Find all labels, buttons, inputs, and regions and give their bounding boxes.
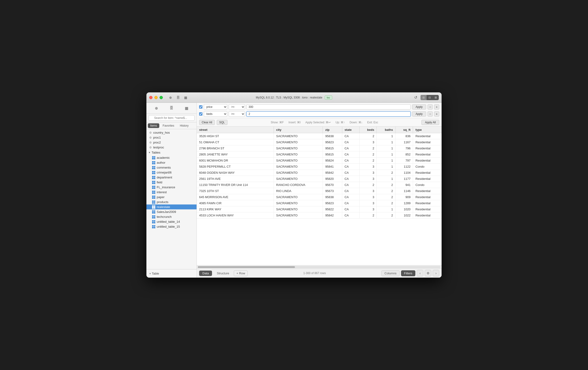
filter-2-checkbox[interactable] xyxy=(199,112,202,116)
sidebar-tab-favorites[interactable]: Favorites xyxy=(160,123,176,128)
sidebar-item-author[interactable]: author xyxy=(147,160,197,165)
add-table-button[interactable]: + Table xyxy=(148,271,195,276)
sidebar-item-comments[interactable]: comments xyxy=(147,165,197,170)
sidebar-item-department[interactable]: department xyxy=(147,175,197,180)
table-row[interactable]: 4533 LOCH HAVEN WAYSACRAMENTO95842CA2210… xyxy=(197,212,441,218)
settings-button[interactable]: ⚙ xyxy=(425,270,431,276)
filter-2-remove-button[interactable]: − xyxy=(428,111,433,117)
sidebar-item-proc1[interactable]: ⚙ proc1 xyxy=(147,135,197,140)
table-row[interactable]: 2805 JANETTE WAYSACRAMENTO95815CA21852Re… xyxy=(197,152,441,158)
main-window: ⊕ 🗄 ▦ MySQL 8.0.12 : TLS : MySQL 3308 : … xyxy=(147,92,441,278)
maximize-button[interactable] xyxy=(159,96,163,99)
table-row[interactable]: 2561 19TH AVESACRAMENTO95820CA311177Resi… xyxy=(197,176,441,182)
view-grid-button[interactable]: ⊞ xyxy=(420,95,427,100)
table-row[interactable]: 2113 KIRK WAYSACRAMENTO95822CA311020Resi… xyxy=(197,206,441,212)
horizontal-scrollbar[interactable] xyxy=(197,265,441,269)
table-view-icon[interactable]: ▦ xyxy=(182,95,189,101)
table-cell: 7325 10TH ST xyxy=(197,188,274,194)
clear-all-button[interactable]: Clear All xyxy=(199,120,215,125)
sidebar-item-field[interactable]: field xyxy=(147,180,197,185)
add-row-button[interactable]: + Row xyxy=(234,270,248,276)
prev-page-button[interactable]: ‹ xyxy=(417,270,423,276)
sidebar-item-paper[interactable]: paper xyxy=(147,195,197,199)
table-row[interactable]: 5828 PEPPERMILL CTSACRAMENTO95841CA31112… xyxy=(197,164,441,170)
table-row[interactable]: 645 MORRISON AVESACRAMENTO95838CA32909Re… xyxy=(197,194,441,200)
filter-1-remove-button[interactable]: − xyxy=(428,104,433,109)
col-beds[interactable]: beds xyxy=(359,127,377,133)
filters-button[interactable]: Filters xyxy=(401,270,415,276)
filter-2-add-button[interactable]: + xyxy=(434,111,439,117)
sidebar-item-untitled-table-14[interactable]: untitled_table_14 xyxy=(147,219,197,224)
bottom-bar: Data Structure + Row 1-300 of 867 rows C… xyxy=(197,269,441,278)
shortcut-show: Show: ⌘F xyxy=(271,121,284,124)
database-icon[interactable]: 🗄 xyxy=(175,95,181,101)
table-row[interactable]: 6048 OGDEN NASH WAYSACRAMENTO95842CA3211… xyxy=(197,170,441,176)
sidebar-item-interest[interactable]: interest xyxy=(147,190,197,195)
columns-button[interactable]: Columns xyxy=(381,270,399,276)
col-city[interactable]: city xyxy=(274,127,323,133)
sidebar-group-tables[interactable]: ▼ Tables xyxy=(147,150,197,155)
table-row[interactable]: 7325 10TH STRIO LINDA95673CA321146Reside… xyxy=(197,188,441,194)
sidebar-item-testproc[interactable]: ⚙ testproc xyxy=(147,145,197,150)
table-cell: CA xyxy=(342,194,359,200)
sidebar-item-fl-insurance[interactable]: FL_insurance xyxy=(147,185,197,190)
col-baths[interactable]: baths xyxy=(377,127,395,133)
filter-1-add-button[interactable]: + xyxy=(434,104,439,109)
table-cell: 2796 BRANCH ST xyxy=(197,145,274,152)
sidebar-tab-items[interactable]: Items xyxy=(148,123,159,128)
col-state[interactable]: state xyxy=(342,127,359,133)
table-icon xyxy=(152,196,155,199)
filter-1-op-select[interactable]: >= xyxy=(229,104,245,110)
tab-structure[interactable]: Structure xyxy=(213,271,232,276)
filter-1-checkbox[interactable] xyxy=(199,105,202,109)
tab-data[interactable]: Data xyxy=(199,271,212,276)
table-cell: Condo xyxy=(413,182,441,188)
col-street[interactable]: street xyxy=(197,127,274,133)
filter-1-apply-button[interactable]: Apply xyxy=(412,104,426,109)
scrollbar-thumb[interactable] xyxy=(198,266,295,268)
table-row[interactable]: 51 OMAHA CTSACRAMENTO95823CA311167Reside… xyxy=(197,139,441,145)
search-input[interactable] xyxy=(148,115,195,121)
table-row[interactable]: 2796 BRANCH STSACRAMENTO95815CA21796Resi… xyxy=(197,145,441,152)
col-zip[interactable]: zip xyxy=(323,127,342,133)
table-cell: 796 xyxy=(395,145,413,152)
filter-2-value-input[interactable] xyxy=(246,111,411,117)
sql-button[interactable]: SQL xyxy=(217,120,228,125)
sidebar-item-products[interactable]: products xyxy=(147,199,197,205)
sidebar-item-realestate[interactable]: realestate xyxy=(147,205,197,209)
filter-1-field-select[interactable]: price xyxy=(204,104,227,110)
add-table-label: + Table xyxy=(149,272,159,275)
table-row[interactable]: 4085 FAWN CIRSACRAMENTO95823CA321289Resi… xyxy=(197,200,441,206)
filter-2-op-select[interactable]: >= xyxy=(229,111,245,117)
sidebar-tab-history[interactable]: History xyxy=(178,123,191,128)
table-row[interactable]: 6001 MCMAHON DRSACRAMENTO95824CA21797Res… xyxy=(197,158,441,164)
table-row[interactable]: 3526 HIGH STSACRAMENTO95838CA21836Reside… xyxy=(197,133,441,139)
sidebar-item-untitled-table-15[interactable]: untitled_table_15 xyxy=(147,224,197,229)
table-cell: 645 MORRISON AVE xyxy=(197,194,274,200)
filter-2-apply-button[interactable]: Apply xyxy=(412,111,426,117)
refresh-icon[interactable]: ↺ xyxy=(412,95,419,101)
filter-1-value-input[interactable] xyxy=(246,104,411,109)
sidebar-item-country-hos[interactable]: ⚙ country_hos xyxy=(147,130,197,135)
sidebar-item-academic[interactable]: academic xyxy=(147,155,197,160)
sidebar-item-crimejan06[interactable]: crimejan06 xyxy=(147,170,197,175)
sidebar-icon-location[interactable]: ⊕ xyxy=(152,105,160,112)
apply-all-button[interactable]: Apply All xyxy=(421,120,439,125)
sidebar-icon-view[interactable]: ▦ xyxy=(182,105,191,112)
sidebar-item-salesjan2009[interactable]: SalesJan2009 xyxy=(147,209,197,214)
col-sqft[interactable]: sq_ft xyxy=(395,127,413,133)
minimize-button[interactable] xyxy=(154,96,158,99)
col-type[interactable]: type xyxy=(413,127,441,133)
sidebar-item-techcrunch[interactable]: techcrunch xyxy=(147,214,197,219)
close-button[interactable] xyxy=(149,96,153,99)
table-cell: CA xyxy=(342,206,359,212)
next-page-button[interactable]: › xyxy=(433,270,439,276)
sidebar-icon-database[interactable]: 🗄 xyxy=(167,105,176,112)
filter-2-field-select[interactable]: beds xyxy=(204,111,227,117)
view-columns-button[interactable]: ⊠ xyxy=(433,95,439,100)
table-cell: 2 xyxy=(359,152,377,158)
sidebar-item-proc2[interactable]: ⚙ proc2 xyxy=(147,140,197,145)
location-icon[interactable]: ⊕ xyxy=(168,95,174,101)
table-row[interactable]: 11150 TRINITY RIVER DR Unit 114RANCHO CO… xyxy=(197,182,441,188)
view-split-button[interactable]: ⊟ xyxy=(427,95,433,100)
